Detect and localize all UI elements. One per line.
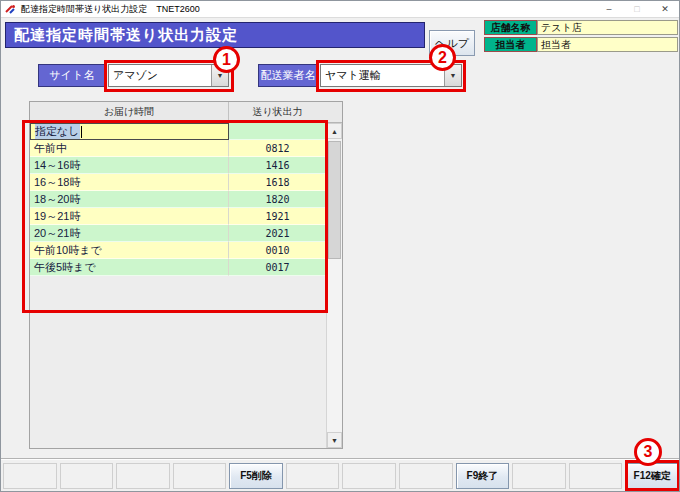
code-cell[interactable]: 1416 (229, 157, 326, 174)
code-cell[interactable]: 0010 (229, 242, 326, 259)
function-bar: F5削除 F9終了 F12確定 (3, 463, 679, 489)
table-row[interactable]: 19～21時 1921 (30, 208, 326, 225)
time-cell[interactable]: 19～21時 (30, 208, 229, 225)
store-name-field[interactable]: テスト店 (537, 20, 678, 35)
timeslot-grid: お届け時間 送り状出力 指定なし 午前中 0812 14～16時 1416 16… (29, 101, 343, 449)
divider (1, 458, 679, 460)
code-cell[interactable]: 2021 (229, 225, 326, 242)
time-cell[interactable]: 午前10時まで (30, 242, 229, 259)
carrier-select[interactable]: ヤマト運輸 ▼ (320, 64, 462, 87)
text-caret (81, 126, 82, 138)
time-cell[interactable]: 16～18時 (30, 174, 229, 191)
table-row[interactable]: 午前10時まで 0010 (30, 242, 326, 259)
help-button[interactable]: ヘルプ (429, 30, 475, 56)
f11-button (569, 463, 623, 489)
f7-button (342, 463, 396, 489)
table-row[interactable]: 20～21時 2021 (30, 225, 326, 242)
f4-button (173, 463, 227, 489)
f3-button (116, 463, 170, 489)
f10-button (512, 463, 566, 489)
time-cell-editing[interactable]: 指定なし (30, 123, 229, 140)
f8-button (399, 463, 453, 489)
time-cell[interactable]: 14～16時 (30, 157, 229, 174)
table-row[interactable]: 指定なし (30, 123, 326, 140)
minimize-icon[interactable]: – (595, 1, 623, 17)
code-cell[interactable]: 1618 (229, 174, 326, 191)
f6-button (286, 463, 340, 489)
staff-field[interactable]: 担当者 (537, 37, 678, 52)
code-cell[interactable] (229, 123, 326, 140)
page-title: 配達指定時間帯送り状出力設定 (5, 22, 425, 48)
time-cell[interactable]: 18～20時 (30, 191, 229, 208)
f12-confirm-button[interactable]: F12確定 (625, 463, 679, 489)
f5-delete-button[interactable]: F5削除 (229, 463, 283, 489)
site-name-label: サイト名 (38, 64, 106, 87)
window-title: 配達指定時間帯送り状出力設定 TNET2600 (21, 3, 200, 16)
app-window: 配達指定時間帯送り状出力設定 TNET2600 – □ ✕ 配達指定時間帯送り状… (0, 0, 680, 492)
window-controls: – □ ✕ (595, 1, 679, 17)
code-cell[interactable]: 1820 (229, 191, 326, 208)
chevron-down-icon[interactable]: ▼ (444, 65, 461, 86)
site-select-value: アマゾン (109, 65, 211, 86)
column-header-label-output: 送り状出力 (229, 102, 326, 122)
f1-button (3, 463, 57, 489)
table-row[interactable]: 午後5時まで 0017 (30, 259, 326, 276)
f2-button (60, 463, 114, 489)
carrier-select-value: ヤマト運輸 (321, 65, 444, 86)
table-row[interactable]: 16～18時 1618 (30, 174, 326, 191)
table-row[interactable]: 14～16時 1416 (30, 157, 326, 174)
grid-header: お届け時間 送り状出力 (30, 102, 342, 123)
store-name-label: 店舗名称 (484, 20, 537, 35)
f9-exit-button[interactable]: F9終了 (456, 463, 510, 489)
table-row[interactable]: 午前中 0812 (30, 140, 326, 157)
code-cell[interactable]: 0812 (229, 140, 326, 157)
chevron-down-icon[interactable]: ▼ (211, 65, 228, 86)
close-icon[interactable]: ✕ (651, 1, 679, 17)
app-icon (5, 4, 16, 15)
carrier-name-label: 配送業者名 (258, 64, 318, 87)
time-cell[interactable]: 午後5時まで (30, 259, 229, 276)
scroll-up-icon[interactable]: ▲ (327, 123, 342, 139)
column-header-delivery-time: お届け時間 (30, 102, 229, 122)
maximize-icon: □ (623, 1, 651, 17)
table-row[interactable]: 18～20時 1820 (30, 191, 326, 208)
selected-text: 指定なし (35, 124, 80, 139)
grid-rows: 指定なし 午前中 0812 14～16時 1416 16～18時 1618 18… (30, 123, 326, 276)
time-cell[interactable]: 午前中 (30, 140, 229, 157)
code-cell[interactable]: 0017 (229, 259, 326, 276)
scroll-down-icon[interactable]: ▼ (327, 432, 342, 448)
staff-label: 担当者 (484, 37, 537, 52)
code-cell[interactable]: 1921 (229, 208, 326, 225)
time-cell[interactable]: 20～21時 (30, 225, 229, 242)
scrollbar-thumb[interactable] (328, 141, 341, 259)
titlebar: 配達指定時間帯送り状出力設定 TNET2600 – □ ✕ (1, 1, 679, 18)
site-select[interactable]: アマゾン ▼ (108, 64, 229, 87)
vertical-scrollbar[interactable]: ▲ ▼ (326, 123, 342, 448)
annotation-step-3: 3 (634, 438, 662, 466)
